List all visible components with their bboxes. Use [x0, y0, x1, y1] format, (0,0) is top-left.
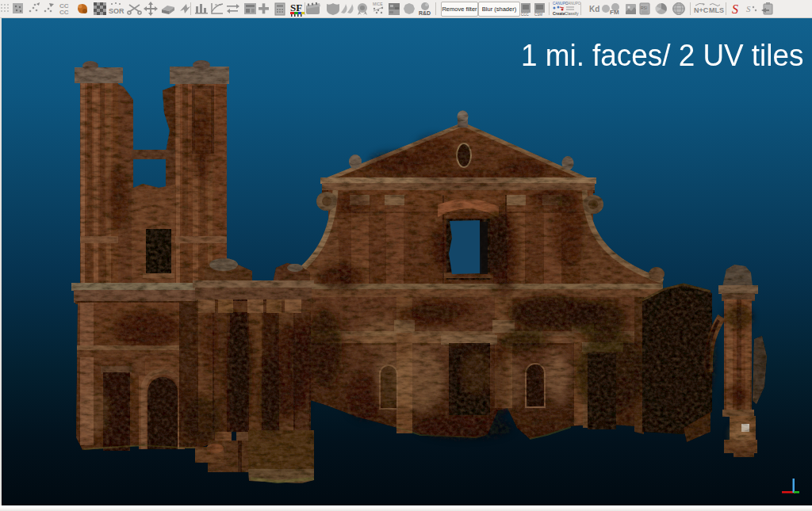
svg-text:CSM: CSM — [534, 13, 542, 17]
svg-text:CCC: CCC — [521, 13, 529, 17]
svg-text:FM: FM — [610, 9, 619, 16]
svg-text:RSI: RSI — [641, 6, 647, 10]
svg-text:S: S — [746, 4, 751, 13]
svg-text:Classify: Classify — [565, 11, 579, 16]
svg-text:N+C: N+C — [694, 6, 709, 14]
svg-text:CANUPO: CANUPO — [565, 2, 581, 6]
svg-text:S: S — [732, 2, 738, 16]
svg-text:MLS: MLS — [709, 6, 724, 14]
svg-text:Kd: Kd — [589, 5, 599, 13]
svg-text:Create: Create — [553, 11, 565, 16]
